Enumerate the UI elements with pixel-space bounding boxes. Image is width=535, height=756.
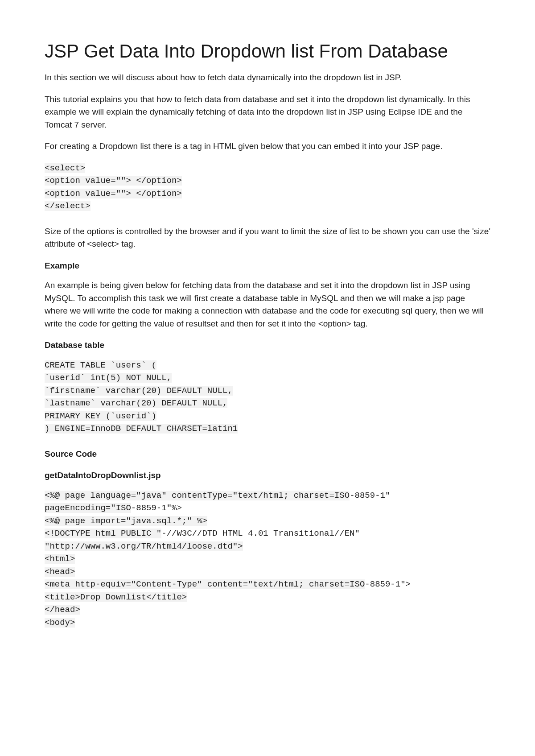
heading-example: Example <box>45 260 490 273</box>
code-snippet-select: <select> <option value=""> </option> <op… <box>45 162 490 213</box>
page-title: JSP Get Data Into Dropdown list From Dat… <box>45 40 490 62</box>
intro-paragraph: In this section we will discuss about ho… <box>45 71 490 84</box>
heading-database-table: Database table <box>45 339 490 352</box>
body-paragraph: An example is being given below for fetc… <box>45 279 490 330</box>
body-paragraph: For creating a Dropdown list there is a … <box>45 140 490 153</box>
code-snippet-sql: CREATE TABLE `users` ( `userid` int(5) N… <box>45 359 490 435</box>
body-paragraph: This tutorial explains you that how to f… <box>45 93 490 132</box>
code-snippet-jsp: <%@ page language="java" contentType="te… <box>45 489 490 629</box>
heading-filename: getDataIntoDropDownlist.jsp <box>45 469 490 482</box>
body-paragraph: Size of the options is controlled by the… <box>45 225 490 251</box>
heading-source-code: Source Code <box>45 448 490 461</box>
